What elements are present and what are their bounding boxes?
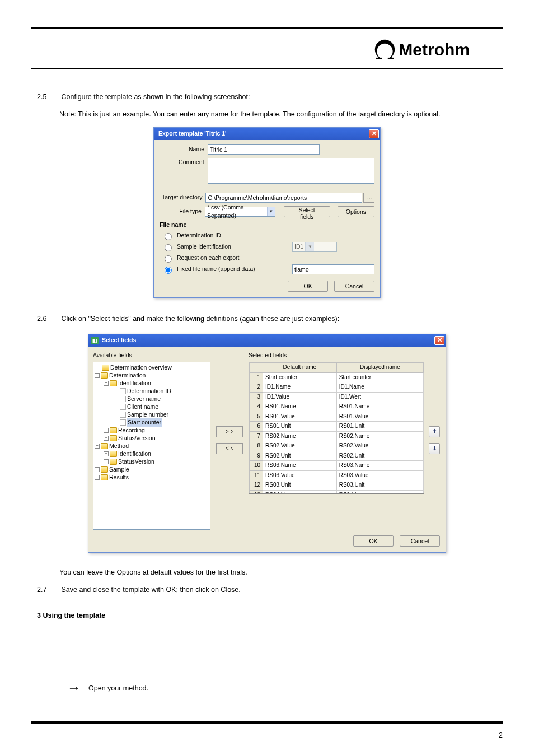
- col-default-name[interactable]: Default name: [263, 363, 337, 373]
- row-index: 8: [250, 441, 263, 451]
- dialog-titlebar[interactable]: Export template 'Titric 1' ✕: [154, 128, 380, 140]
- cell-displayed-name[interactable]: Start counter: [336, 372, 423, 382]
- cell-default-name[interactable]: RS03.Value: [263, 470, 337, 480]
- table-row[interactable]: 3 ID1.Value ID1.Wert: [250, 392, 424, 402]
- filetype-combo[interactable]: *.csv (Comma Separated) ▼: [205, 207, 275, 217]
- target-directory-input[interactable]: [205, 193, 362, 203]
- cell-displayed-name[interactable]: RS03.Unit: [336, 480, 423, 491]
- cell-displayed-name[interactable]: ID1.Wert: [336, 392, 423, 402]
- table-row[interactable]: 4 RS01.Name RS01.Name: [250, 402, 424, 412]
- tree-folder[interactable]: +Recording: [95, 426, 209, 434]
- tree-folder[interactable]: −Method: [95, 442, 209, 450]
- cell-displayed-name[interactable]: RS03.Name: [336, 461, 423, 471]
- tree-folder[interactable]: +Identification: [95, 450, 209, 458]
- fixed-filename-input[interactable]: [292, 264, 374, 274]
- tree-folder[interactable]: −Identification: [95, 379, 209, 387]
- dialog-titlebar[interactable]: ◧ Select fields ✕: [88, 334, 446, 347]
- close-icon[interactable]: ✕: [434, 336, 444, 345]
- tree-folder[interactable]: +Results: [95, 473, 209, 481]
- tree-folder[interactable]: −Determination: [95, 371, 209, 379]
- cell-default-name[interactable]: RS03.Unit: [263, 480, 337, 491]
- tree-leaf[interactable]: Sample number: [95, 410, 209, 418]
- radio-determination-id[interactable]: [165, 233, 172, 240]
- tree-leaf[interactable]: Server name: [95, 395, 209, 403]
- cell-default-name[interactable]: RS04.Name: [263, 490, 337, 494]
- radio-sample-identification-label: Sample identification: [177, 242, 289, 251]
- tree-toggle-icon[interactable]: +: [95, 475, 100, 480]
- cell-default-name[interactable]: RS01.Name: [263, 402, 337, 412]
- cell-default-name[interactable]: ID1.Value: [263, 392, 337, 402]
- comment-input[interactable]: [208, 158, 374, 184]
- cell-displayed-name[interactable]: RS03.Value: [336, 470, 423, 480]
- cell-default-name[interactable]: RS01.Unit: [263, 422, 337, 432]
- table-row[interactable]: 12 RS03.Unit RS03.Unit: [250, 480, 424, 491]
- name-input[interactable]: [208, 144, 320, 155]
- close-icon[interactable]: ✕: [369, 129, 379, 138]
- cell-default-name[interactable]: RS02.Unit: [263, 451, 337, 461]
- cell-displayed-name[interactable]: RS02.Name: [336, 431, 423, 441]
- tree-toggle-icon[interactable]: +: [104, 451, 109, 456]
- cell-displayed-name[interactable]: ID1.Name: [336, 382, 423, 393]
- tree-leaf[interactable]: Start counter: [95, 418, 209, 426]
- tree-node-label: Determination ID: [127, 387, 171, 395]
- cancel-button[interactable]: Cancel: [334, 281, 374, 292]
- options-button[interactable]: Options: [338, 206, 374, 217]
- tree-toggle-icon[interactable]: +: [104, 436, 109, 441]
- tree-toggle-icon[interactable]: −: [95, 373, 100, 378]
- cell-default-name[interactable]: RS03.Name: [263, 461, 337, 471]
- radio-sample-identification[interactable]: [165, 244, 172, 251]
- table-row[interactable]: 13 RS04.Name RS04.Name: [250, 490, 424, 494]
- move-down-button[interactable]: ⬇: [429, 443, 440, 454]
- browse-button[interactable]: ...: [363, 193, 374, 203]
- tree-folder[interactable]: +StatusVersion: [95, 458, 209, 465]
- radio-request-each-export[interactable]: [165, 255, 172, 263]
- radio-fixed-filename[interactable]: [165, 267, 172, 274]
- table-row[interactable]: 8 RS02.Value RS02.Value: [250, 441, 424, 451]
- cell-default-name[interactable]: RS01.Value: [263, 412, 337, 422]
- col-displayed-name[interactable]: Displayed name: [336, 363, 423, 373]
- cell-default-name[interactable]: RS02.Name: [263, 431, 337, 441]
- select-fields-dialog: ◧ Select fields ✕ Available fields Deter…: [88, 334, 446, 553]
- cell-displayed-name[interactable]: RS02.Value: [336, 441, 423, 451]
- select-fields-button[interactable]: Select fields: [284, 206, 330, 217]
- selected-fields-table[interactable]: Default name Displayed name 1 Start coun…: [249, 362, 424, 494]
- cell-default-name[interactable]: ID1.Name: [263, 382, 337, 393]
- cell-displayed-name[interactable]: RS01.Unit: [336, 422, 423, 432]
- table-row[interactable]: 2 ID1.Name ID1.Name: [250, 382, 424, 393]
- row-index: 4: [250, 402, 263, 412]
- tree-toggle-icon[interactable]: −: [95, 444, 100, 449]
- tree-toggle-icon[interactable]: −: [104, 381, 109, 386]
- move-up-button[interactable]: ⬆: [429, 426, 440, 437]
- add-fields-button[interactable]: > >: [216, 426, 243, 437]
- tree-toggle-icon[interactable]: +: [104, 428, 109, 433]
- tree-toggle-icon[interactable]: +: [95, 467, 100, 472]
- tree-leaf[interactable]: Determination ID: [95, 387, 209, 395]
- cell-default-name[interactable]: Start counter: [263, 372, 337, 382]
- table-row[interactable]: 11 RS03.Value RS03.Value: [250, 470, 424, 480]
- table-row[interactable]: 5 RS01.Value RS01.Value: [250, 412, 424, 422]
- row-index: 13: [250, 490, 263, 494]
- remove-fields-button[interactable]: < <: [216, 443, 243, 454]
- tree-folder[interactable]: +Sample: [95, 465, 209, 473]
- cell-displayed-name[interactable]: RS02.Unit: [336, 451, 423, 461]
- tree-folder[interactable]: +Status/version: [95, 434, 209, 442]
- cell-displayed-name[interactable]: RS01.Value: [336, 412, 423, 422]
- table-row[interactable]: 9 RS02.Unit RS02.Unit: [250, 451, 424, 461]
- tree-folder[interactable]: Determination overview: [95, 363, 209, 371]
- ok-button[interactable]: OK: [288, 281, 328, 292]
- cell-default-name[interactable]: RS02.Value: [263, 441, 337, 451]
- table-row[interactable]: 6 RS01.Unit RS01.Unit: [250, 422, 424, 432]
- tree-toggle-icon[interactable]: +: [104, 459, 109, 464]
- cell-displayed-name[interactable]: RS04.Name: [336, 490, 423, 494]
- table-row[interactable]: 10 RS03.Name RS03.Name: [250, 461, 424, 471]
- available-fields-tree[interactable]: Determination overview−Determination−Ide…: [93, 362, 210, 530]
- label-name: Name: [160, 145, 208, 153]
- tree-node-label: Server name: [127, 395, 161, 403]
- table-row[interactable]: 1 Start counter Start counter: [250, 372, 424, 382]
- cell-displayed-name[interactable]: RS01.Name: [336, 402, 423, 412]
- step-2-6: 2.6 Click on "Select fields" and make th…: [37, 314, 497, 324]
- tree-leaf[interactable]: Client name: [95, 403, 209, 410]
- table-row[interactable]: 7 RS02.Name RS02.Name: [250, 431, 424, 441]
- cancel-button[interactable]: Cancel: [400, 535, 440, 547]
- ok-button[interactable]: OK: [353, 535, 394, 547]
